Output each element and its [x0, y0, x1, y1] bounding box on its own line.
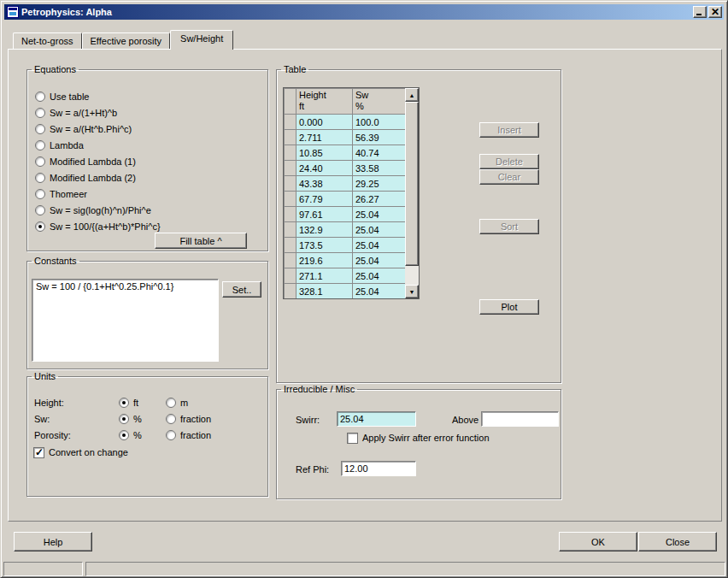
height-cell[interactable]: 173.5 — [296, 238, 353, 253]
height-cell[interactable]: 0.000 — [296, 115, 353, 130]
clear-button[interactable]: Clear — [479, 169, 539, 185]
equation-option-thomeer[interactable]: Thomeer — [35, 188, 87, 200]
sw-cell[interactable]: 26.27 — [353, 192, 406, 207]
equation-option-modified-lambda-2[interactable]: Modified Lambda (2) — [35, 172, 136, 184]
porosity-percent-option[interactable]: % — [119, 429, 142, 441]
equation-option-sig-log[interactable]: Sw = sig(log(h)^n)/Phi^e — [35, 204, 151, 216]
petrophysics-window: Petrophysics: Alpha ✕ Net-to-gross Effec… — [0, 0, 728, 578]
sw-cell[interactable]: 33.58 — [353, 161, 406, 176]
convert-on-change-label: Convert on change — [49, 447, 128, 457]
equations-group: Equations Use table Sw = a/(1+Ht)^b Sw =… — [26, 64, 268, 251]
height-cell[interactable]: 328.1 — [296, 284, 353, 299]
row-selector[interactable] — [285, 238, 296, 253]
fill-table-button[interactable]: Fill table ^ — [155, 233, 247, 249]
delete-button[interactable]: Delete — [479, 154, 539, 169]
sw-cell[interactable]: 29.25 — [353, 176, 406, 192]
row-selector[interactable] — [285, 145, 296, 161]
titlebar[interactable]: Petrophysics: Alpha ✕ — [4, 4, 724, 20]
sw-cell[interactable]: 40.74 — [353, 145, 406, 161]
equation-option-modified-lambda-1[interactable]: Modified Lambda (1) — [35, 156, 136, 168]
radio-icon — [119, 398, 129, 408]
height-cell[interactable]: 10.85 — [296, 145, 353, 161]
porosity-fraction-option[interactable]: fraction — [166, 429, 211, 441]
height-cell[interactable]: 43.38 — [296, 176, 353, 192]
radio-icon — [35, 189, 45, 199]
close-icon: ✕ — [711, 8, 719, 16]
sort-button[interactable]: Sort — [479, 219, 539, 234]
height-ft-option[interactable]: ft — [119, 397, 138, 409]
ref-phi-input[interactable] — [341, 461, 416, 476]
sw-cell[interactable]: 56.39 — [353, 130, 406, 145]
constants-group: Constants Sw = 100 / {0.1+Ht^0.25.Phi^0.… — [26, 256, 268, 369]
sw-cell[interactable]: 25.04 — [353, 222, 406, 238]
irreducible-misc-group: Irreducible / Misc Swirr: Above Apply Sw… — [276, 384, 561, 499]
height-cell[interactable]: 219.6 — [296, 253, 353, 268]
sw-cell[interactable]: 25.04 — [353, 284, 406, 299]
tab-effective-porosity[interactable]: Effective porosity — [82, 32, 171, 49]
above-label: Above — [452, 415, 478, 426]
equation-option-100-a-htb-phic[interactable]: Sw = 100/{(a+Ht^b)*Phi^c} — [35, 221, 161, 233]
sw-cell[interactable]: 25.04 — [353, 207, 406, 222]
row-selector[interactable] — [285, 176, 296, 192]
scroll-down-icon[interactable]: ▼ — [405, 285, 419, 298]
tab-net-to-gross[interactable]: Net-to-gross — [13, 32, 82, 49]
row-selector[interactable] — [285, 207, 296, 222]
row-selector[interactable] — [285, 130, 296, 145]
close-dialog-button[interactable]: Close — [638, 532, 717, 551]
equation-option-a-1-ht-b[interactable]: Sw = a/(1+Ht)^b — [35, 107, 117, 119]
sw-percent-option[interactable]: % — [119, 413, 142, 425]
equation-option-a-htb-phic[interactable]: Sw = a/(Ht^b.Phi^c) — [35, 123, 132, 135]
row-selector[interactable] — [285, 222, 296, 238]
sw-height-table[interactable]: Height ft Sw % 0.000100.0 2.71156.39 10.… — [283, 87, 420, 299]
constants-expression-box[interactable]: Sw = 100 / {0.1+Ht^0.25.Phi^0.1} — [32, 279, 219, 362]
minimize-button[interactable] — [693, 6, 707, 18]
unit-option-label: ft — [133, 398, 138, 408]
row-selector[interactable] — [285, 284, 296, 299]
height-units-label: Height: — [34, 398, 64, 409]
sw-cell[interactable]: 25.04 — [353, 268, 406, 284]
sw-cell[interactable]: 25.04 — [353, 238, 406, 253]
height-column-header: Height ft — [296, 89, 353, 115]
table-group: Table Height ft Sw % — [276, 64, 561, 383]
swirr-label: Swirr: — [296, 415, 320, 426]
row-selector[interactable] — [285, 268, 296, 284]
height-m-option[interactable]: m — [166, 397, 188, 409]
swirr-input[interactable] — [337, 411, 416, 427]
ok-button[interactable]: OK — [559, 532, 637, 551]
radio-icon — [35, 205, 45, 215]
app-icon — [7, 6, 19, 18]
radio-icon — [166, 430, 176, 440]
height-cell[interactable]: 67.79 — [296, 192, 353, 207]
row-selector[interactable] — [285, 192, 296, 207]
tab-sw-height[interactable]: Sw/Height — [170, 30, 233, 50]
table-row: 10.8540.74 — [285, 145, 406, 161]
convert-on-change-checkbox[interactable]: Convert on change — [33, 446, 128, 458]
insert-button[interactable]: Insert — [479, 122, 539, 138]
set-button[interactable]: Set.. — [222, 281, 261, 298]
apply-swirr-checkbox[interactable]: Apply Swirr after error function — [347, 432, 490, 444]
height-cell[interactable]: 132.9 — [296, 222, 353, 238]
height-cell[interactable]: 2.711 — [296, 130, 353, 145]
above-input[interactable] — [481, 411, 559, 427]
height-cell[interactable]: 271.1 — [296, 268, 353, 284]
close-button[interactable]: ✕ — [708, 6, 722, 18]
row-selector[interactable] — [285, 115, 296, 130]
sw-cell[interactable]: 100.0 — [353, 115, 406, 130]
sw-fraction-option[interactable]: fraction — [166, 413, 211, 425]
plot-button[interactable]: Plot — [479, 299, 539, 315]
equation-option-lambda[interactable]: Lambda — [35, 139, 84, 151]
table-row: 219.625.04 — [285, 253, 406, 268]
equation-option-label: Thomeer — [50, 189, 87, 199]
table-group-title: Table — [281, 64, 308, 74]
scroll-up-icon[interactable]: ▲ — [405, 88, 419, 102]
row-selector[interactable] — [285, 161, 296, 176]
equation-option-use-table[interactable]: Use table — [35, 91, 89, 103]
help-button[interactable]: Help — [14, 532, 92, 551]
table-scrollbar[interactable]: ▲ ▼ — [405, 88, 419, 298]
scrollbar-thumb[interactable] — [405, 102, 419, 266]
height-cell[interactable]: 24.40 — [296, 161, 353, 176]
row-selector[interactable] — [285, 253, 296, 268]
sw-cell[interactable]: 25.04 — [353, 253, 406, 268]
height-cell[interactable]: 97.61 — [296, 207, 353, 222]
radio-icon — [119, 430, 129, 440]
